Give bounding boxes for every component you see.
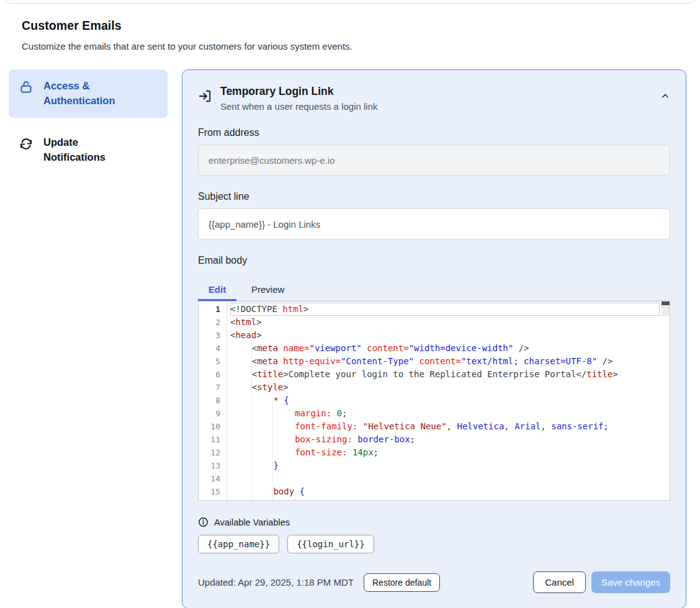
- code-line[interactable]: <html>: [230, 316, 660, 329]
- lock-icon: [19, 79, 34, 94]
- code-line[interactable]: font-size: 14px;: [230, 446, 660, 459]
- line-number: 15: [199, 485, 220, 498]
- save-changes-button[interactable]: Save changes: [591, 571, 670, 593]
- previous-card-bottom-edge: [5, 0, 695, 4]
- refresh-icon: [19, 136, 34, 151]
- editor-gutter: 12345678910111213141516: [199, 302, 227, 500]
- editor-tabs: Edit Preview: [198, 279, 670, 301]
- restore-default-button[interactable]: Restore default: [364, 573, 440, 592]
- line-number: 10: [199, 420, 220, 433]
- line-number: 12: [199, 446, 220, 459]
- line-number: 5: [199, 355, 220, 368]
- line-number: 2: [199, 316, 220, 329]
- card-header-text: Temporary Login Link Sent when a user re…: [220, 85, 377, 112]
- code-line[interactable]: <style>: [230, 381, 660, 394]
- sidebar: Access & Authentication Update Notificat…: [9, 69, 168, 174]
- info-icon: [198, 517, 209, 527]
- email-settings-card: Temporary Login Link Sent when a user re…: [182, 69, 686, 608]
- tab-edit[interactable]: Edit: [198, 279, 236, 301]
- sidebar-item-access-authentication[interactable]: Access & Authentication: [9, 69, 168, 118]
- available-variables-row: Available Variables: [198, 517, 670, 527]
- line-number: 3: [199, 329, 220, 342]
- chevron-up-icon: [660, 91, 670, 101]
- variable-chips: {{app_name}} {{login_url}}: [198, 535, 670, 553]
- code-line[interactable]: <head>: [230, 329, 660, 342]
- variable-chip-app-name[interactable]: {{app_name}}: [198, 535, 279, 553]
- card-subtitle: Sent when a user requests a login link: [220, 101, 377, 112]
- subject-line-input[interactable]: [198, 208, 670, 239]
- code-line[interactable]: font-family: "Helvetica Neue", Helvetica…: [230, 420, 660, 433]
- page-subtitle: Customize the emails that are sent to yo…: [22, 41, 678, 51]
- line-number: 8: [199, 394, 220, 407]
- scrollbar-thumb[interactable]: [662, 302, 670, 305]
- login-icon: [198, 89, 212, 103]
- collapse-section-button[interactable]: [660, 91, 670, 101]
- line-number: 9: [199, 407, 220, 420]
- variable-chip-login-url[interactable]: {{login_url}}: [287, 535, 374, 553]
- sidebar-item-label: Update Notifications: [43, 135, 143, 165]
- sidebar-item-label: Access & Authentication: [43, 79, 143, 109]
- line-number: 6: [199, 368, 220, 381]
- code-line[interactable]: * {: [230, 394, 660, 407]
- card-footer: Updated: Apr 29, 2025, 1:18 PM MDT Resto…: [198, 571, 670, 593]
- code-line[interactable]: background-color: #ffffff;: [230, 498, 660, 500]
- from-address-label: From address: [198, 127, 670, 138]
- line-number: 16: [199, 498, 220, 501]
- tab-preview[interactable]: Preview: [251, 279, 284, 301]
- line-number: 7: [199, 381, 220, 394]
- line-number: 4: [199, 342, 220, 355]
- page-title: Customer Emails: [22, 19, 678, 33]
- content-area: Access & Authentication Update Notificat…: [0, 69, 700, 608]
- cancel-button[interactable]: Cancel: [533, 571, 586, 593]
- page-header: Customer Emails Customize the emails tha…: [0, 0, 700, 51]
- code-editor[interactable]: 12345678910111213141516 <!DOCTYPE html><…: [198, 301, 670, 501]
- code-line[interactable]: body {: [230, 485, 660, 498]
- line-number: 11: [199, 433, 220, 446]
- line-number: 13: [199, 459, 220, 472]
- email-body-label: Email body: [198, 255, 670, 266]
- line-number: 1: [199, 303, 220, 316]
- code-line[interactable]: <title>Complete your login to the Replic…: [230, 368, 660, 381]
- code-line[interactable]: [230, 472, 660, 485]
- card-header: Temporary Login Link Sent when a user re…: [198, 85, 670, 112]
- code-line[interactable]: box-sizing: border-box;: [230, 433, 660, 446]
- updated-timestamp: Updated: Apr 29, 2025, 1:18 PM MDT: [198, 577, 354, 588]
- available-variables-label: Available Variables: [214, 517, 290, 527]
- line-number: 14: [199, 472, 220, 485]
- code-line[interactable]: margin: 0;: [230, 407, 660, 420]
- sidebar-item-update-notifications[interactable]: Update Notifications: [9, 126, 168, 174]
- code-line[interactable]: }: [230, 459, 660, 472]
- card-title: Temporary Login Link: [220, 85, 377, 98]
- code-line[interactable]: <meta name="viewport" content="width=dev…: [230, 342, 660, 355]
- code-line[interactable]: <meta http-equiv="Content-Type" content=…: [230, 355, 660, 368]
- code-line[interactable]: <!DOCTYPE html>: [230, 303, 660, 316]
- subject-line-label: Subject line: [198, 191, 670, 202]
- editor-scrollbar[interactable]: [662, 302, 670, 500]
- editor-code[interactable]: <!DOCTYPE html><html><head> <meta name="…: [227, 302, 670, 500]
- from-address-input[interactable]: [198, 145, 670, 176]
